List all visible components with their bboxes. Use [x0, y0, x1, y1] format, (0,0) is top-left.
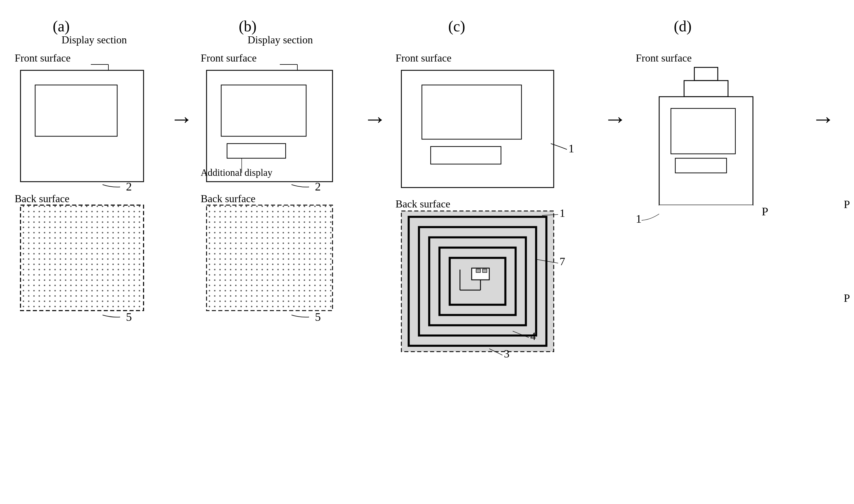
svg-rect-56: [684, 80, 728, 97]
panel-d-svg: Front surface P 1: [633, 47, 797, 369]
arrow-4: →: [806, 106, 841, 132]
svg-rect-30: [431, 146, 501, 164]
panel-b-svg: Front surface Additional display 2 Back …: [198, 47, 353, 325]
svg-text:Front surface: Front surface: [15, 52, 71, 64]
svg-text:Additional display: Additional display: [201, 167, 272, 178]
svg-text:P: P: [844, 198, 850, 210]
arrow-1: →: [164, 106, 199, 132]
panel-a: (a) Display section Front surface 2 Back…: [12, 18, 158, 325]
panel-b: (b) Display section Front surface Additi…: [199, 18, 351, 325]
svg-text:1: 1: [568, 142, 574, 155]
svg-text:Back surface: Back surface: [15, 193, 69, 204]
svg-rect-55: [694, 67, 718, 80]
svg-text:3: 3: [504, 347, 509, 360]
svg-rect-59: [675, 158, 727, 173]
svg-text:4: 4: [530, 330, 536, 342]
svg-rect-10: [20, 205, 144, 311]
svg-text:7: 7: [560, 255, 565, 268]
svg-text:Back surface: Back surface: [396, 198, 450, 210]
arrow-3: →: [598, 106, 633, 132]
panel-a-label: (a): [53, 18, 70, 35]
svg-text:Front surface: Front surface: [201, 52, 257, 64]
svg-rect-58: [671, 108, 735, 154]
panel-b-display-section: Display section: [248, 34, 313, 46]
svg-text:5: 5: [126, 310, 132, 324]
svg-rect-16: [221, 85, 306, 136]
svg-rect-17: [227, 144, 286, 158]
panel-c: (c) Front surface 1 Back surface: [393, 18, 592, 369]
panel-a-svg: Front surface 2 Back surface 5: [12, 47, 158, 325]
svg-text:P: P: [844, 292, 850, 304]
arrow-2: →: [358, 106, 393, 132]
main-container: (a) Display section Front surface 2 Back…: [0, 0, 854, 504]
svg-text:Front surface: Front surface: [636, 52, 692, 64]
panel-c-label: (c): [448, 18, 465, 35]
svg-text:1: 1: [636, 212, 641, 225]
svg-text:Back surface: Back surface: [201, 193, 255, 204]
svg-text:P: P: [762, 205, 768, 218]
panel-b-label: (b): [239, 18, 257, 35]
svg-rect-25: [206, 205, 332, 311]
svg-rect-42: [483, 269, 487, 272]
svg-text:5: 5: [315, 310, 321, 324]
svg-rect-4: [35, 85, 117, 136]
panel-e-svg: P 1 P 1 P 1: [841, 47, 854, 369]
svg-rect-41: [476, 269, 480, 272]
panel-a-display-section: Display section: [61, 34, 127, 46]
svg-text:Front surface: Front surface: [396, 52, 452, 64]
panel-d-label: (d): [674, 18, 692, 35]
svg-rect-63: [659, 205, 753, 220]
svg-rect-29: [422, 85, 522, 139]
panel-c-svg: Front surface 1 Back surface: [393, 47, 592, 369]
svg-text:1: 1: [560, 207, 565, 219]
panel-d: (d) Front surface P 1: [633, 18, 797, 369]
panel-e: (e) P 1 P: [841, 18, 854, 369]
